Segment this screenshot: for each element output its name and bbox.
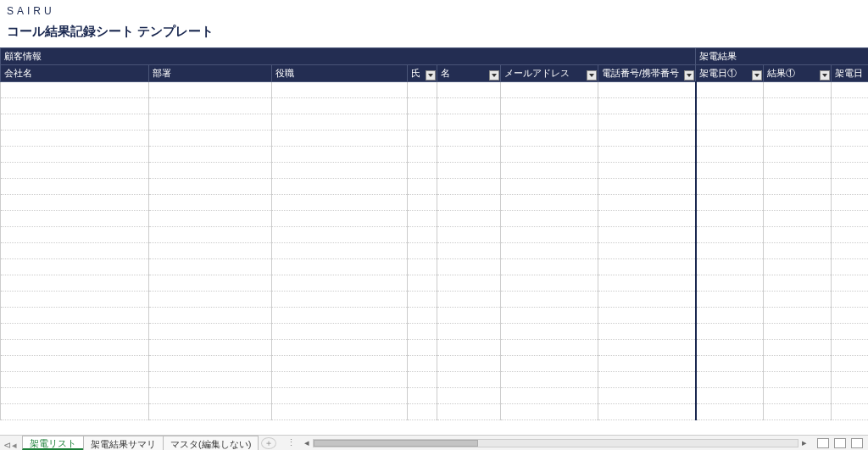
- cell[interactable]: [832, 211, 868, 227]
- cell[interactable]: [764, 340, 832, 356]
- cell[interactable]: [696, 211, 764, 227]
- cell[interactable]: [598, 179, 696, 195]
- cell[interactable]: [272, 388, 408, 404]
- cell[interactable]: [272, 98, 408, 114]
- cell[interactable]: [1, 114, 149, 131]
- cell[interactable]: [408, 211, 437, 227]
- cell[interactable]: [764, 147, 832, 163]
- cell[interactable]: [696, 147, 764, 163]
- cell[interactable]: [696, 163, 764, 179]
- cell[interactable]: [501, 388, 598, 404]
- cell[interactable]: [272, 114, 408, 131]
- cell[interactable]: [696, 131, 764, 147]
- cell[interactable]: [598, 292, 696, 308]
- scroll-thumb[interactable]: [314, 440, 478, 447]
- cell[interactable]: [598, 388, 696, 404]
- scroll-track[interactable]: [313, 439, 798, 447]
- cell[interactable]: [1, 211, 149, 227]
- cell[interactable]: [149, 98, 272, 114]
- cell[interactable]: [272, 82, 408, 98]
- cell[interactable]: [437, 292, 501, 308]
- cell[interactable]: [832, 131, 868, 147]
- filter-dropdown-icon[interactable]: [489, 70, 499, 81]
- cell[interactable]: [598, 131, 696, 147]
- cell[interactable]: [598, 259, 696, 275]
- view-page-layout-icon[interactable]: [834, 438, 846, 448]
- cell[interactable]: [1, 259, 149, 275]
- cell[interactable]: [832, 372, 868, 388]
- cell[interactable]: [832, 324, 868, 340]
- cell[interactable]: [437, 114, 501, 131]
- column-header[interactable]: 役職: [272, 65, 408, 82]
- cell[interactable]: [501, 356, 598, 372]
- cell[interactable]: [1, 179, 149, 195]
- cell[interactable]: [408, 131, 437, 147]
- cell[interactable]: [764, 98, 832, 114]
- cell[interactable]: [1, 356, 149, 372]
- cell[interactable]: [832, 227, 868, 243]
- cell[interactable]: [832, 195, 868, 211]
- cell[interactable]: [598, 324, 696, 340]
- cell[interactable]: [149, 147, 272, 163]
- cell[interactable]: [408, 227, 437, 243]
- cell[interactable]: [764, 211, 832, 227]
- cell[interactable]: [408, 404, 437, 420]
- sheet-tab[interactable]: マスタ(編集しない): [163, 436, 259, 450]
- cell[interactable]: [501, 275, 598, 292]
- cell[interactable]: [437, 147, 501, 163]
- cell[interactable]: [149, 372, 272, 388]
- cell[interactable]: [437, 340, 501, 356]
- cell[interactable]: [1, 308, 149, 324]
- cell[interactable]: [832, 259, 868, 275]
- cell[interactable]: [764, 308, 832, 324]
- cell[interactable]: [149, 324, 272, 340]
- cell[interactable]: [149, 356, 272, 372]
- cell[interactable]: [696, 324, 764, 340]
- cell[interactable]: [408, 292, 437, 308]
- tab-nav-prev-icon[interactable]: ◂: [12, 440, 19, 447]
- cell[interactable]: [598, 195, 696, 211]
- cell[interactable]: [598, 163, 696, 179]
- cell[interactable]: [764, 243, 832, 259]
- cell[interactable]: [832, 404, 868, 420]
- cell[interactable]: [501, 179, 598, 195]
- view-page-break-icon[interactable]: [851, 438, 863, 448]
- cell[interactable]: [501, 372, 598, 388]
- cell[interactable]: [696, 259, 764, 275]
- cell[interactable]: [149, 292, 272, 308]
- column-header[interactable]: 結果①: [764, 65, 832, 82]
- cell[interactable]: [1, 163, 149, 179]
- cell[interactable]: [696, 372, 764, 388]
- cell[interactable]: [501, 324, 598, 340]
- cell[interactable]: [437, 131, 501, 147]
- cell[interactable]: [501, 147, 598, 163]
- cell[interactable]: [598, 356, 696, 372]
- column-header[interactable]: 会社名: [1, 65, 149, 82]
- cell[interactable]: [149, 275, 272, 292]
- cell[interactable]: [408, 340, 437, 356]
- cell[interactable]: [764, 372, 832, 388]
- cell[interactable]: [437, 195, 501, 211]
- cell[interactable]: [1, 275, 149, 292]
- cell[interactable]: [832, 179, 868, 195]
- cell[interactable]: [408, 308, 437, 324]
- cell[interactable]: [272, 131, 408, 147]
- cell[interactable]: [598, 114, 696, 131]
- cell[interactable]: [1, 98, 149, 114]
- cell[interactable]: [437, 82, 501, 98]
- cell[interactable]: [764, 275, 832, 292]
- cell[interactable]: [696, 356, 764, 372]
- cell[interactable]: [149, 114, 272, 131]
- cell[interactable]: [501, 131, 598, 147]
- cell[interactable]: [832, 388, 868, 404]
- cell[interactable]: [696, 308, 764, 324]
- cell[interactable]: [149, 243, 272, 259]
- cell[interactable]: [408, 179, 437, 195]
- filter-dropdown-icon[interactable]: [587, 70, 597, 81]
- cell[interactable]: [408, 275, 437, 292]
- column-header[interactable]: 氏: [408, 65, 437, 82]
- cell[interactable]: [272, 404, 408, 420]
- cell[interactable]: [764, 82, 832, 98]
- cell[interactable]: [832, 82, 868, 98]
- cell[interactable]: [832, 243, 868, 259]
